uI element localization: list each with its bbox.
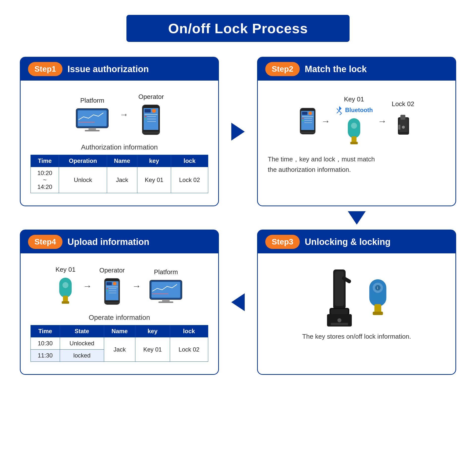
operate-table: Time State Name key lock 10:30 Unlocked … (30, 325, 208, 362)
upload-diagram: Key 01 → Operator (30, 266, 208, 306)
phone-icon (141, 104, 161, 136)
svg-rect-4 (85, 130, 100, 131)
svg-rect-7 (145, 109, 151, 113)
svg-point-24 (302, 120, 303, 121)
operator-label: Operator (138, 93, 164, 101)
step1-title: Issue authorization (67, 64, 149, 74)
svg-rect-63 (331, 309, 348, 314)
step1-body: Platform → (21, 81, 218, 196)
auth-time-1: 10:20~14:20 (31, 167, 59, 193)
step2-lock: Lock 02 (392, 100, 414, 142)
svg-rect-32 (350, 142, 358, 144)
step2-body: → Key 01 Bluetooth (258, 81, 455, 177)
lock02-icon (393, 110, 413, 142)
step1-card: Step1 Issue authorization Platform (20, 57, 219, 206)
svg-rect-36 (398, 125, 400, 130)
op-col-key: key (135, 325, 170, 337)
platform-item: Platform (75, 97, 110, 132)
step1-header: Step1 Issue authorization (21, 58, 218, 81)
step2-arrow2: → (378, 116, 387, 126)
svg-rect-41 (62, 301, 69, 304)
step3-key-icon: i (364, 277, 391, 319)
step2-arrow1: → (321, 116, 330, 126)
svg-point-26 (302, 122, 303, 123)
match-text: The time，key and lock，must matchthe auth… (268, 154, 446, 175)
bluetooth-icon (335, 105, 343, 115)
upload-platform: Platform (149, 268, 183, 304)
operate-info-heading: Operate information (30, 314, 208, 322)
v-connector-1 (20, 209, 219, 227)
lock-handle-icon (322, 268, 357, 328)
svg-rect-58 (158, 301, 173, 303)
step3-card: Step3 Unlocking & locking (257, 230, 456, 375)
v-connector-space (231, 209, 245, 227)
svg-rect-60 (335, 271, 344, 306)
op-lock-1: Lock 02 (170, 337, 208, 362)
step3-title: Unlocking & locking (305, 237, 390, 247)
svg-rect-1 (78, 110, 107, 126)
v-connector-2 (257, 209, 456, 227)
key-info-text: The key stores on/off lock information. (268, 333, 446, 340)
step2-phone-icon (299, 107, 316, 135)
step2-bt-key: Key 01 Bluetooth (335, 95, 373, 147)
svg-point-37 (402, 126, 405, 129)
op-col-time: Time (31, 325, 60, 337)
right-arrow-1-2 (231, 123, 245, 141)
svg-point-51 (107, 292, 108, 294)
svg-point-65 (337, 318, 341, 322)
svg-rect-55 (151, 282, 180, 298)
key01-icon (344, 117, 364, 147)
auth-table: Time Operation Name key lock 10:20~14:20… (30, 155, 208, 193)
step3-body: i The key stores on/off lock information… (258, 253, 455, 343)
op-time-2: 11:30 (31, 350, 60, 362)
lock02-label: Lock 02 (392, 100, 414, 108)
operator-item: Operator (138, 93, 164, 136)
step1-diagram: Platform → (30, 93, 208, 136)
svg-point-22 (302, 118, 303, 119)
upload-key-label: Key 01 (56, 266, 76, 273)
h-connector-4-3 (231, 230, 245, 375)
svg-point-14 (145, 121, 146, 122)
svg-point-8 (152, 109, 156, 113)
op-state-1: Unlocked (60, 337, 104, 350)
step3-badge: Step3 (265, 235, 300, 249)
auth-key-1: Key 01 (137, 167, 171, 193)
step4-body: Key 01 → Operator (21, 253, 218, 364)
op-time-1: 10:30 (31, 337, 60, 350)
svg-rect-35 (400, 115, 405, 120)
svg-text:i: i (377, 286, 378, 290)
svg-point-39 (62, 282, 68, 288)
bluetooth-text: Bluetooth (345, 107, 373, 114)
upload-key-icon (56, 276, 75, 306)
step4-title: Upload information (67, 237, 149, 247)
auth-info-heading: Authorization information (30, 143, 208, 151)
svg-point-30 (351, 123, 357, 129)
svg-rect-3 (89, 128, 96, 130)
upload-arrow2: → (132, 281, 141, 291)
upload-arrow1: → (83, 281, 92, 291)
upload-operator-label: Operator (99, 267, 125, 274)
auth-lock-1: Lock 02 (171, 167, 208, 193)
upload-phone-icon (103, 277, 121, 306)
svg-rect-66 (331, 323, 348, 325)
svg-rect-16 (142, 132, 160, 134)
auth-col-key: key (137, 155, 171, 167)
svg-point-47 (107, 288, 108, 289)
auth-col-operation: Operation (59, 155, 107, 167)
key01-label: Key 01 (344, 95, 364, 103)
page-title: On/off Lock Process (146, 20, 330, 36)
op-col-name: Name (104, 325, 135, 337)
step2-title: Match the lock (305, 64, 367, 74)
svg-point-12 (145, 118, 146, 120)
auth-row-1: 10:20~14:20 Unlock Jack Key 01 Lock 02 (31, 167, 208, 193)
op-col-state: State (60, 325, 104, 337)
platform-to-operator-arrow: → (119, 109, 128, 120)
op-name-1: Jack (104, 337, 135, 362)
auth-col-name: Name (107, 155, 137, 167)
left-arrow-3-4 (231, 293, 245, 311)
svg-rect-53 (104, 302, 119, 303)
upload-platform-label: Platform (154, 268, 178, 276)
step1-badge: Step1 (28, 62, 62, 76)
svg-rect-34 (399, 119, 408, 132)
op-state-2: locked (60, 350, 104, 362)
